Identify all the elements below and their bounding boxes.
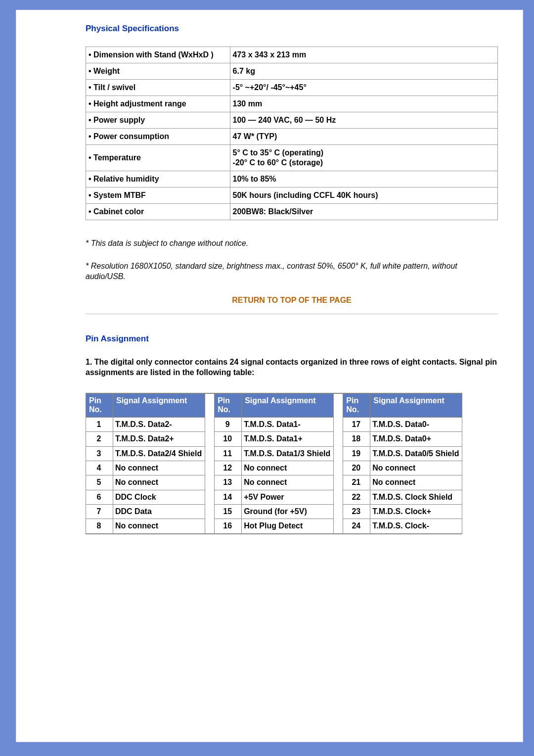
pin-no-header: Pin No.: [215, 393, 242, 417]
spec-notes: * This data is subject to change without…: [86, 238, 498, 282]
pin-no: 20: [343, 461, 370, 475]
pin-assignment-heading: Pin Assignment: [86, 334, 498, 344]
pin-signal: No connect: [370, 461, 462, 475]
pin-signal: T.M.D.S. Data0+: [370, 432, 462, 446]
signal-header: Signal Assignment: [370, 393, 462, 417]
spec-label: • Height adjustment range: [86, 96, 230, 112]
pin-no: 13: [215, 475, 242, 490]
pin-no: 15: [215, 505, 242, 519]
pin-no: 18: [343, 432, 370, 446]
pin-row: 2T.M.D.S. Data2+: [86, 432, 205, 446]
content-sheet: Physical Specifications • Dimension with…: [16, 10, 523, 742]
pin-no: 24: [343, 519, 370, 533]
spec-row: • Power supply100 — 240 VAC, 60 — 50 Hz: [86, 112, 498, 129]
spec-value: 473 x 343 x 213 mm: [230, 47, 497, 63]
pin-signal: Ground (for +5V): [242, 505, 334, 519]
pin-no: 4: [86, 461, 113, 475]
pin-row: 11T.M.D.S. Data1/3 Shield: [215, 446, 334, 461]
spec-row: • Power consumption47 W* (TYP): [86, 129, 498, 145]
pin-signal: T.M.D.S. Data1-: [242, 417, 334, 431]
pin-no-header-text: Pin No.: [346, 396, 359, 414]
pin-table-spacer: [334, 393, 343, 534]
spec-value: 130 mm: [230, 96, 497, 112]
pin-signal: T.M.D.S. Data2+: [113, 432, 205, 446]
spec-label: • Temperature: [86, 145, 230, 171]
return-to-top-link[interactable]: RETURN TO TOP OF THE PAGE: [232, 296, 352, 304]
pin-signal: T.M.D.S. Data1/3 Shield: [242, 446, 334, 461]
signal-header-text: Signal Assignment: [373, 396, 444, 405]
spec-row: • Tilt / swivel-5° ~+20°/ -45°~+45°: [86, 80, 498, 96]
pin-table-3: Pin No. Signal Assignment 17T.M.D.S. Dat…: [343, 393, 462, 534]
pin-signal: DDC Clock: [113, 490, 205, 504]
pin-row: 21No connect: [343, 475, 462, 490]
spec-label: • System MTBF: [86, 188, 230, 204]
pin-row: 10T.M.D.S. Data1+: [215, 432, 334, 446]
pin-signal: No connect: [113, 519, 205, 533]
pin-no: 9: [215, 417, 242, 431]
pin-no: 17: [343, 417, 370, 431]
pin-signal: T.M.D.S. Data0-: [370, 417, 462, 431]
pin-no: 10: [215, 432, 242, 446]
pin-row: 13No connect: [215, 475, 334, 490]
pin-row: 19T.M.D.S. Data0/5 Shield: [343, 446, 462, 461]
signal-header-text: Signal Assignment: [116, 396, 187, 405]
pin-signal: DDC Data: [113, 505, 205, 519]
pin-no: 14: [215, 490, 242, 504]
pin-row: 20No connect: [343, 461, 462, 475]
pin-no: 1: [86, 417, 113, 431]
pin-assignment-intro: 1. The digital only connector contains 2…: [86, 357, 498, 378]
pin-row: 8No connect: [86, 519, 205, 533]
spec-row: • Relative humidity10% to 85%: [86, 171, 498, 188]
pin-no: 8: [86, 519, 113, 533]
pin-row: 18T.M.D.S. Data0+: [343, 432, 462, 446]
pin-signal: No connect: [113, 475, 205, 490]
pin-signal: T.M.D.S. Clock+: [370, 505, 462, 519]
pin-no-header: Pin No.: [86, 393, 113, 417]
pin-table-spacer: [205, 393, 214, 534]
pin-no: 12: [215, 461, 242, 475]
pin-no: 7: [86, 505, 113, 519]
pin-row: 4No connect: [86, 461, 205, 475]
signal-header: Signal Assignment: [113, 393, 205, 417]
pin-row: 24T.M.D.S. Clock-: [343, 519, 462, 533]
pin-no: 22: [343, 490, 370, 504]
spec-value: 100 — 240 VAC, 60 — 50 Hz: [230, 112, 497, 129]
pin-signal: T.M.D.S. Clock Shield: [370, 490, 462, 504]
pin-no-header-text: Pin No.: [218, 396, 230, 414]
spec-label: • Tilt / swivel: [86, 80, 230, 96]
spec-value: 6.7 kg: [230, 63, 497, 80]
spec-value: 47 W* (TYP): [230, 129, 497, 145]
pin-no: 21: [343, 475, 370, 490]
spec-row: • Height adjustment range130 mm: [86, 96, 498, 112]
pin-no-header-text: Pin No.: [89, 396, 102, 414]
page-root: Physical Specifications • Dimension with…: [0, 0, 534, 742]
spec-label: • Relative humidity: [86, 171, 230, 188]
pin-signal: T.M.D.S. Data2/4 Shield: [113, 446, 205, 461]
pin-signal: +5V Power: [242, 490, 334, 504]
pin-no: 6: [86, 490, 113, 504]
spec-label: • Dimension with Stand (WxHxD ): [86, 47, 230, 63]
pin-signal: T.M.D.S. Data2-: [113, 417, 205, 431]
pin-signal: T.M.D.S. Clock-: [370, 519, 462, 533]
pin-tables: Pin No. Signal Assignment 1T.M.D.S. Data…: [86, 393, 462, 534]
signal-header-text: Signal Assignment: [245, 396, 315, 405]
spec-note-2: * Resolution 1680X1050, standard size, b…: [86, 261, 498, 282]
spec-value: -5° ~+20°/ -45°~+45°: [230, 80, 497, 96]
pin-row: 5No connect: [86, 475, 205, 490]
pin-no-header: Pin No.: [343, 393, 370, 417]
pin-signal: No connect: [113, 461, 205, 475]
return-link-container: RETURN TO TOP OF THE PAGE: [86, 296, 498, 305]
pin-signal: No connect: [242, 461, 334, 475]
pin-row: 7DDC Data: [86, 505, 205, 519]
signal-header: Signal Assignment: [242, 393, 334, 417]
spec-value: 200BW8: Black/Silver: [230, 204, 497, 220]
spec-note-1: * This data is subject to change without…: [86, 238, 498, 249]
pin-row: 6DDC Clock: [86, 490, 205, 504]
pin-row: 1T.M.D.S. Data2-: [86, 417, 205, 431]
spec-label: • Power consumption: [86, 129, 230, 145]
spec-value: 50K hours (including CCFL 40K hours): [230, 188, 497, 204]
spec-row: • System MTBF50K hours (including CCFL 4…: [86, 188, 498, 204]
spec-row: • Weight6.7 kg: [86, 63, 498, 80]
pin-no: 16: [215, 519, 242, 533]
spec-label: • Weight: [86, 63, 230, 80]
